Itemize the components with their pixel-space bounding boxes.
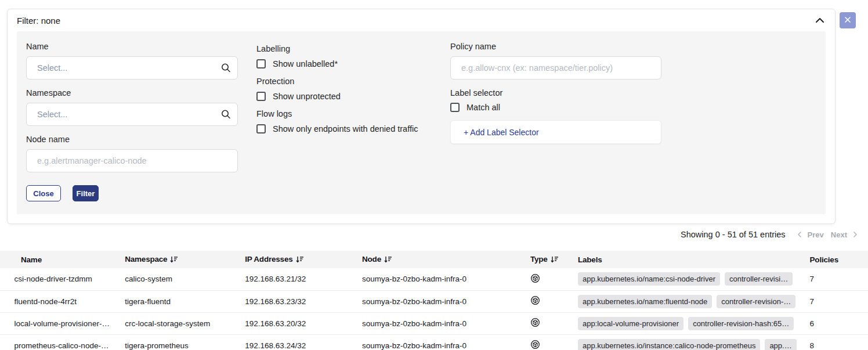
next-page-link[interactable]: Next (831, 230, 847, 239)
endpoint-node: soumya-bz-0zbo-kadm-infra-0 (362, 290, 530, 312)
workload-endpoint-type-icon (530, 298, 540, 307)
node-name-input[interactable] (26, 149, 238, 172)
denied-traffic-checkbox[interactable] (256, 124, 266, 133)
show-unprotected-checkbox-row[interactable]: Show unprotected (256, 92, 432, 101)
table-header-row: Name Namespace IP Addresses Node Type La… (0, 251, 868, 268)
filter-title: Filter: none (17, 16, 60, 26)
endpoint-ip: 192.168.63.24/32 (245, 334, 362, 350)
name-field-label: Name (26, 42, 238, 51)
prev-chevron-icon[interactable] (797, 231, 802, 238)
endpoint-policies-count: 7 (810, 268, 868, 290)
filter-column-left: Name Namespace Node name Close Filt (26, 42, 238, 201)
sort-icon[interactable] (296, 256, 304, 265)
policy-name-field-label: Policy name (450, 42, 661, 51)
protection-group-title: Protection (256, 77, 432, 86)
show-unlabelled-label: Show unlabelled* (273, 59, 338, 68)
filter-button[interactable]: Filter (73, 185, 99, 201)
label-chip[interactable]: controller-revision-hash:65… (688, 317, 794, 330)
endpoint-name[interactable]: csi-node-driver-tzdmm (15, 268, 125, 290)
label-chip[interactable]: app:local-volume-provisioner (578, 317, 683, 330)
flow-logs-group-title: Flow logs (256, 109, 432, 118)
filter-panel-header: Filter: none (8, 9, 835, 31)
prev-page-link[interactable]: Prev (808, 230, 824, 239)
label-selector-group-title: Label selector (450, 88, 661, 98)
chevron-up-icon (815, 16, 824, 25)
filter-panel: Filter: none Name Namespace (7, 9, 836, 224)
collapse-panel-button[interactable] (815, 16, 824, 25)
table-row: csi-node-driver-tzdmm calico-system 192.… (0, 268, 868, 290)
table-row: prometheus-calico-node-… tigera-promethe… (0, 334, 868, 350)
endpoint-name[interactable]: prometheus-calico-node-… (15, 334, 125, 350)
pagination: Showing 0 - 51 of 51 entries Prev Next (681, 230, 860, 239)
policy-name-input[interactable] (450, 56, 661, 80)
endpoint-policies-count: 6 (810, 312, 868, 334)
endpoint-namespace: tigera-prometheus (125, 334, 245, 350)
add-label-selector-button[interactable]: + Add Label Selector (450, 120, 661, 144)
workload-endpoint-type-icon (530, 320, 540, 329)
endpoint-namespace: calico-system (125, 268, 245, 290)
filter-form: Name Namespace Node name Close Filt (17, 31, 826, 214)
endpoint-name[interactable]: local-volume-provisioner-… (15, 312, 125, 334)
sort-icon[interactable] (384, 256, 392, 265)
dismiss-filter-button[interactable] (840, 12, 856, 28)
column-header-node[interactable]: Node (362, 251, 530, 268)
label-chip[interactable]: app.… (765, 339, 796, 350)
table-row: fluentd-node-4rr2t tigera-fluentd 192.16… (0, 290, 868, 312)
column-header-namespace[interactable]: Namespace (125, 251, 245, 268)
workload-endpoint-type-icon (530, 276, 540, 285)
label-chip[interactable]: controller-revision-… (717, 295, 795, 308)
search-icon (221, 110, 231, 120)
show-unlabelled-checkbox[interactable] (256, 59, 266, 68)
close-icon (844, 16, 851, 25)
name-select-input[interactable] (26, 56, 238, 80)
namespace-field-label: Namespace (26, 88, 238, 98)
filter-column-right: Policy name Label selector Match all + A… (450, 42, 661, 201)
show-unprotected-checkbox[interactable] (256, 92, 266, 101)
labelling-group-title: Labelling (256, 44, 432, 53)
endpoint-node: soumya-bz-0zbo-kadm-infra-0 (362, 268, 530, 290)
match-all-label: Match all (466, 103, 500, 112)
endpoint-ip: 192.168.63.23/32 (245, 290, 362, 312)
node-name-field-label: Node name (26, 135, 238, 144)
endpoint-node: soumya-bz-0zbo-kadm-infra-0 (362, 334, 530, 350)
endpoint-node: soumya-bz-0zbo-kadm-infra-0 (362, 312, 530, 334)
show-unlabelled-checkbox-row[interactable]: Show unlabelled* (256, 59, 432, 68)
namespace-select-input[interactable] (26, 103, 238, 126)
column-header-policies[interactable]: Policies (810, 251, 868, 268)
table-row: local-volume-provisioner-… crc-local-sto… (0, 312, 868, 334)
endpoint-name[interactable]: fluentd-node-4rr2t (15, 290, 125, 312)
show-unprotected-label: Show unprotected (273, 92, 341, 101)
sort-icon[interactable] (551, 256, 559, 265)
sort-icon[interactable] (170, 256, 178, 265)
endpoint-ip: 192.168.63.21/32 (245, 268, 362, 290)
match-all-checkbox[interactable] (450, 103, 460, 112)
label-chip[interactable]: app.kubernetes.io/name:csi-node-driver (578, 272, 720, 286)
endpoints-table: Name Namespace IP Addresses Node Type La… (0, 251, 868, 350)
label-chip[interactable]: app.kubernetes.io/instance:calico-node-p… (578, 339, 760, 350)
endpoint-policies-count: 7 (810, 290, 868, 312)
filter-column-middle: Labelling Show unlabelled* Protection Sh… (256, 42, 432, 201)
close-button[interactable]: Close (26, 185, 61, 201)
endpoint-namespace: tigera-fluentd (125, 290, 245, 312)
match-all-checkbox-row[interactable]: Match all (450, 103, 661, 112)
column-header-type[interactable]: Type (530, 251, 578, 268)
denied-traffic-checkbox-row[interactable]: Show only endpoints with denied traffic (256, 124, 432, 133)
label-chip[interactable]: controller-revisi… (725, 272, 793, 286)
endpoint-ip: 192.168.63.20/32 (245, 312, 362, 334)
next-chevron-icon[interactable] (853, 231, 858, 238)
workload-endpoint-type-icon (530, 342, 540, 350)
search-icon (221, 63, 231, 73)
column-header-labels[interactable]: Labels (578, 251, 810, 268)
denied-traffic-label: Show only endpoints with denied traffic (273, 124, 418, 133)
pagination-summary: Showing 0 - 51 of 51 entries (681, 230, 786, 239)
column-header-ip-addresses[interactable]: IP Addresses (245, 251, 362, 268)
endpoint-namespace: crc-local-storage-system (125, 312, 245, 334)
label-chip[interactable]: app.kubernetes.io/name:fluentd-node (578, 295, 712, 308)
column-header-name[interactable]: Name (0, 251, 125, 268)
endpoint-policies-count: 8 (810, 334, 868, 350)
